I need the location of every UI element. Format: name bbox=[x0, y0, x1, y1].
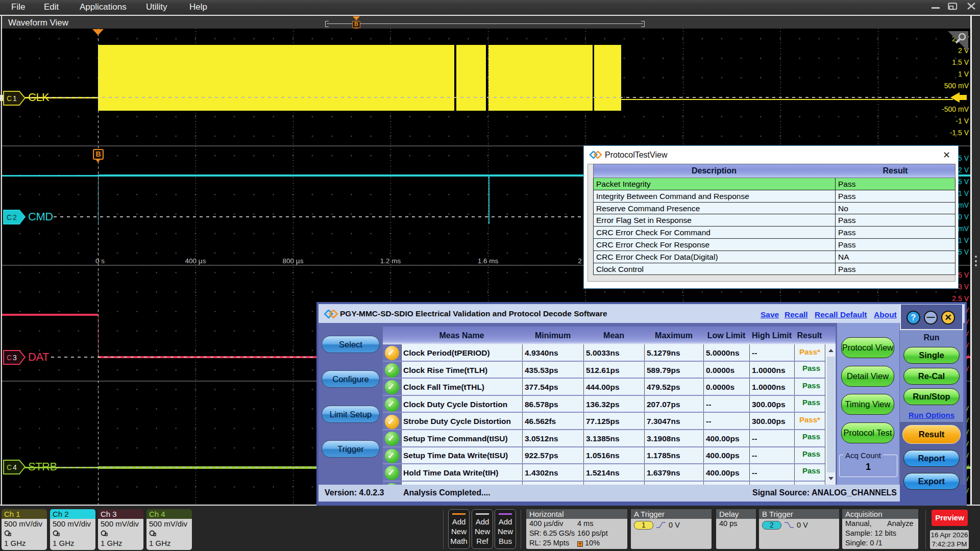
svg-text:3: 3 bbox=[13, 354, 17, 362]
svg-text:C: C bbox=[7, 463, 12, 471]
svg-text:C: C bbox=[7, 94, 12, 103]
svg-text:1: 1 bbox=[13, 94, 17, 103]
svg-text:4: 4 bbox=[13, 463, 17, 471]
svg-text:2: 2 bbox=[13, 213, 17, 221]
svg-text:C: C bbox=[7, 213, 12, 221]
svg-text:C: C bbox=[7, 354, 12, 362]
